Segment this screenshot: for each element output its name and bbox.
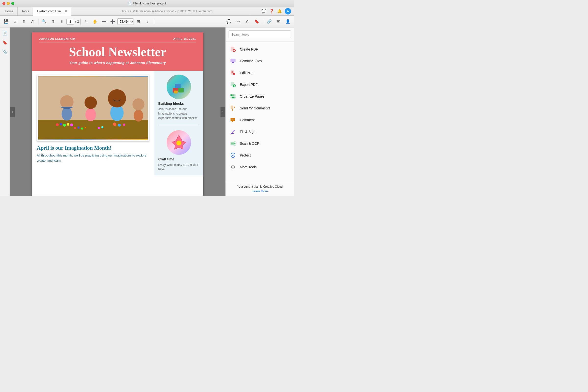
tab-home[interactable]: Home xyxy=(1,7,18,16)
close-button[interactable] xyxy=(2,2,5,5)
comment-icon xyxy=(229,116,236,124)
svg-point-10 xyxy=(61,107,72,121)
pen-tool[interactable]: ✏ xyxy=(234,18,242,26)
fill-sign-label: Fill & Sign xyxy=(240,130,255,134)
svg-rect-46 xyxy=(232,94,234,96)
print-button[interactable]: 🖨 xyxy=(28,18,37,26)
send-for-comments-icon xyxy=(229,105,236,112)
svg-point-5 xyxy=(67,124,69,126)
fit-page-button[interactable]: ⊞ xyxy=(134,18,143,26)
zoom-select[interactable]: 93.4% 50% 75% 100% 125% 150% 200% xyxy=(117,18,134,25)
cursor-tool[interactable]: ↖ xyxy=(82,18,90,26)
building-blocks-text: Join us as we use our imaginations to cr… xyxy=(158,107,199,120)
svg-point-9 xyxy=(123,124,125,126)
scroll-right-arrow[interactable]: › xyxy=(220,107,225,117)
upload-button[interactable]: ⬆ xyxy=(19,18,28,26)
markup-tool[interactable]: 🖊 xyxy=(243,18,252,26)
help-icon[interactable]: ❓ xyxy=(269,8,274,14)
minimize-button[interactable] xyxy=(7,2,10,5)
zoom-in-button[interactable]: 🔍 xyxy=(40,18,48,26)
svg-rect-49 xyxy=(232,97,234,98)
main-section-text: All throughout this month, we'll be prac… xyxy=(37,153,150,163)
bookmark-button[interactable]: ☆ xyxy=(11,18,19,26)
tool-create-pdf[interactable]: Create PDF xyxy=(226,44,294,55)
svg-rect-53 xyxy=(230,118,235,121)
hand-tool[interactable]: ✋ xyxy=(91,18,99,26)
combine-files-label: Combine Files xyxy=(240,59,262,63)
tools-search-input[interactable] xyxy=(229,30,291,38)
titlebar: 📄 FileInfo.com Example.pdf xyxy=(0,0,294,7)
stamp-tool[interactable]: 🔖 xyxy=(253,18,261,26)
zoom-out-btn[interactable]: ➖ xyxy=(100,18,108,26)
svg-point-6 xyxy=(70,124,73,126)
toolbar-right: 💬 ✏ 🖊 🔖 🔗 ✉ 👤 xyxy=(225,18,292,26)
bookmarks-panel-btn[interactable]: 🔖 xyxy=(1,39,8,46)
tab-close-icon[interactable]: ✕ xyxy=(65,10,67,13)
craft-time-image xyxy=(167,130,191,155)
svg-rect-1 xyxy=(38,120,148,139)
tool-edit-pdf[interactable]: Edit PDF xyxy=(226,67,294,79)
learn-more-link[interactable]: Learn More xyxy=(229,190,290,193)
svg-point-8 xyxy=(118,124,121,126)
window-controls xyxy=(2,2,14,5)
more-tools-label: More Tools xyxy=(240,165,256,169)
tool-protect[interactable]: Protect xyxy=(226,150,294,161)
user-avatar[interactable]: A xyxy=(285,8,291,14)
svg-point-3 xyxy=(60,123,62,126)
tool-send-for-comments[interactable]: Send for Comments xyxy=(226,102,294,114)
export-pdf-icon xyxy=(229,81,236,88)
attachments-panel-btn[interactable]: 📎 xyxy=(1,48,8,56)
tool-export-pdf[interactable]: Export PDF xyxy=(226,79,294,90)
email-tool[interactable]: ✉ xyxy=(274,18,283,26)
tab-current-file[interactable]: FileInfo.com Exa... ✕ xyxy=(33,7,71,16)
prev-page-button[interactable]: ⬆ xyxy=(49,18,57,26)
tab-bar: Home Tools FileInfo.com Exa... ✕ This is… xyxy=(0,7,294,16)
newsletter-date: APRIL 15, 2021 xyxy=(173,37,196,40)
share-tool[interactable]: 👤 xyxy=(284,18,292,26)
sidebar-block-craft-time: Craft time Every Wednesday at 1pm we'll … xyxy=(158,130,199,172)
tab-tools[interactable]: Tools xyxy=(18,7,33,16)
sidebar-block-building-blocks: Building blocks Join us as we use our im… xyxy=(158,74,199,120)
newsletter-header: JOHNSON ELEMENTARY APRIL 15, 2021 School… xyxy=(32,32,203,71)
svg-point-13 xyxy=(85,96,97,109)
scroll-left-arrow[interactable]: ‹ xyxy=(10,107,15,117)
svg-rect-35 xyxy=(233,59,235,62)
edit-pdf-icon xyxy=(229,70,236,76)
svg-rect-22 xyxy=(98,127,100,129)
comment-tool[interactable]: 💬 xyxy=(225,18,233,26)
rotate-button[interactable]: ↕ xyxy=(143,18,151,26)
tool-combine-files[interactable]: Combine Files xyxy=(226,55,294,67)
pages-panel-btn[interactable]: 📄 xyxy=(1,30,8,37)
tool-organize-pages[interactable]: Organize Pages xyxy=(226,90,294,102)
tool-more-tools[interactable]: More Tools xyxy=(226,161,294,173)
page-number-input[interactable]: 1 xyxy=(66,19,74,24)
link-tool[interactable]: 🔗 xyxy=(265,18,273,26)
newsletter-photo xyxy=(37,74,150,141)
tool-fill-sign[interactable]: Fill & Sign xyxy=(226,126,294,138)
toolbar-separator-4 xyxy=(263,19,263,24)
craft-time-title: Craft time xyxy=(158,157,199,161)
scan-ocr-icon xyxy=(229,140,236,147)
tool-scan-ocr[interactable]: Scan & OCR xyxy=(226,138,294,150)
tools-search-section xyxy=(226,28,294,42)
children-photo xyxy=(38,76,148,140)
svg-rect-47 xyxy=(234,94,235,96)
edit-pdf-label: Edit PDF xyxy=(240,71,254,75)
page-separator: / xyxy=(75,20,76,23)
message-icon[interactable]: 💬 xyxy=(261,8,267,14)
tabbar-right-controls: 💬 ❓ 🔔 A xyxy=(261,7,294,16)
content-area[interactable]: ‹ JOHNSON ELEMENTARY APRIL 15, 2021 Scho… xyxy=(10,28,225,196)
svg-rect-51 xyxy=(231,106,233,109)
svg-point-64 xyxy=(232,165,233,166)
building-blocks-title: Building blocks xyxy=(158,102,199,106)
svg-rect-25 xyxy=(175,84,181,88)
main-layout: 📄 🔖 📎 ‹ JOHNSON ELEMENTARY APRIL 15, 202… xyxy=(0,28,294,196)
next-page-button[interactable]: ⬇ xyxy=(58,18,66,26)
save-button[interactable]: 💾 xyxy=(2,18,10,26)
notification-icon[interactable]: 🔔 xyxy=(277,8,282,14)
zoom-in-btn2[interactable]: ➕ xyxy=(109,18,117,26)
comment-label: Comment xyxy=(240,118,255,122)
maximize-button[interactable] xyxy=(11,2,14,5)
tool-comment[interactable]: Comment xyxy=(226,114,294,126)
svg-point-4 xyxy=(63,124,66,126)
